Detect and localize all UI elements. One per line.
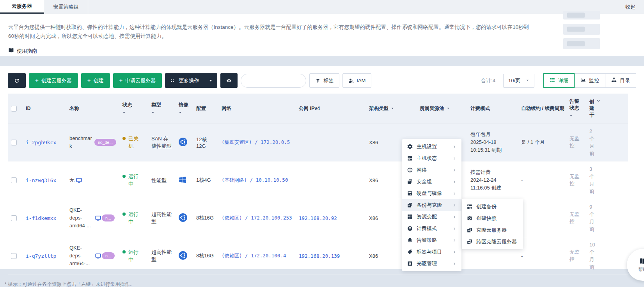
chevron-right-icon — [453, 262, 456, 266]
page-size-select[interactable]: 10/页 — [503, 74, 534, 88]
request-server-label: 申请云服务器 — [125, 77, 156, 84]
menu-item-clone[interactable]: 备份与克隆 — [402, 199, 461, 211]
server-id-link[interactable]: i-f1dkemxx — [26, 215, 56, 221]
view-button-list[interactable]: 详细 — [543, 73, 575, 88]
menu-item-backup[interactable]: 创建备份 — [462, 201, 523, 213]
filter-caret-icon[interactable] — [569, 113, 583, 119]
row-checkbox[interactable] — [11, 215, 17, 221]
grid-dots-icon — [170, 78, 175, 83]
column-header-status[interactable]: 状态 — [119, 94, 148, 124]
console-monitor-icon[interactable] — [95, 253, 101, 259]
menu-item-resource[interactable]: 资源变配 — [402, 211, 461, 223]
filter-caret-icon[interactable] — [151, 110, 172, 115]
security-icon — [407, 179, 413, 184]
collapse-link[interactable]: 收起 — [625, 4, 635, 11]
network-link[interactable]: (集群安置区) / 172.20.0.5 — [222, 139, 290, 145]
help-label: 帮助 — [639, 267, 644, 273]
column-header-image[interactable]: 镜像 — [176, 94, 193, 124]
console-monitor-icon[interactable] — [76, 177, 82, 183]
name-tag-badge: n... — [102, 214, 115, 221]
menu-item-security[interactable]: 安全组 — [402, 176, 461, 188]
menu-item-gear[interactable]: 主机设置 — [402, 141, 461, 152]
view-label: 详细 — [558, 77, 568, 84]
tag-filter-button[interactable]: 标签 — [309, 73, 339, 88]
select-all-checkbox[interactable] — [11, 106, 17, 112]
column-header-created[interactable]: 创建于 — [586, 94, 628, 124]
more-actions-dropdown[interactable]: 更多操作 — [165, 73, 217, 88]
billing-info: 按需计费2024-12-2411:16:05 创建 — [470, 168, 515, 192]
column-label: 类型 — [151, 102, 172, 108]
menu-item-clone[interactable]: 克隆云服务器 — [462, 224, 523, 236]
sort-chevron-icon[interactable] — [596, 99, 600, 119]
clone-icon — [467, 227, 472, 233]
status-dot-icon — [122, 175, 126, 178]
server-id-link[interactable]: i-2pgh9kcx — [26, 140, 56, 145]
column-label: 配置 — [196, 106, 206, 111]
public-ip-link[interactable]: 192.168.20.92 — [299, 215, 337, 221]
chevron-right-icon — [453, 157, 456, 160]
menu-item-camera[interactable]: 创建快照 — [462, 213, 523, 224]
table-row[interactable]: i-nzwq316x无运行中性能型1核4G(基础网络) / 10.10.10.5… — [8, 161, 628, 199]
ubuntu-image-icon — [179, 138, 187, 146]
public-ip-link[interactable]: 192.168.20.139 — [299, 253, 340, 259]
column-header-pool[interactable]: 所属资源池 — [417, 94, 467, 124]
console-monitor-icon[interactable] — [95, 215, 101, 221]
create-button[interactable]: + 创建 — [81, 73, 110, 88]
column-label: 公网 IPv4 — [299, 106, 320, 111]
view-button-chart[interactable]: 监控 — [574, 73, 605, 88]
column-label: 自动续约 / 续费周期 — [521, 106, 564, 111]
total-count: 合计:4 — [481, 77, 495, 84]
status-cell: 运行中 — [122, 211, 145, 225]
menu-item-clone-cross[interactable]: 跨区克隆云服务器 — [462, 236, 523, 248]
ubuntu-logo-icon — [179, 251, 187, 260]
menu-item-globe[interactable]: 网络 — [402, 164, 461, 176]
filter-caret-icon[interactable] — [179, 110, 190, 115]
table-row[interactable]: i-q7yzlltpQKE-deps-arm64-...n...运行中超高性能型… — [8, 237, 628, 275]
refresh-button[interactable] — [8, 73, 26, 88]
resource-icon — [407, 214, 413, 220]
created-at: 9 个月前 — [589, 203, 598, 233]
request-server-button[interactable]: + 申请云服务器 — [113, 73, 162, 88]
server-id-link[interactable]: i-nzwq316x — [26, 177, 56, 183]
filter-caret-icon[interactable] — [391, 106, 394, 111]
menu-item-label: 计费模式 — [417, 225, 437, 232]
network-link[interactable]: (依赖区) / 172.20.100.253 — [222, 215, 292, 221]
tag-filter-label: 标签 — [323, 77, 334, 84]
ubuntu-logo-icon — [179, 213, 187, 222]
menu-item-bell[interactable]: 告警策略 — [402, 234, 461, 246]
column-header-alarm[interactable]: 告警状态 — [566, 94, 586, 124]
menu-item-host-status[interactable]: 主机状态 — [402, 152, 461, 164]
alarm-status: 无监控 — [569, 136, 580, 149]
menu-item-disk[interactable]: 硬盘与镜像 — [402, 188, 461, 199]
iam-label: IAM — [357, 78, 365, 83]
column-header-arch[interactable]: 架构类型 — [366, 94, 417, 124]
filter-caret-icon[interactable] — [122, 110, 145, 115]
network-link[interactable]: (基础网络) / 10.10.10.50 — [222, 177, 288, 183]
loading-skeleton — [563, 24, 600, 35]
column-label: ID — [26, 106, 31, 111]
iam-button[interactable]: IAM — [342, 73, 371, 88]
auto-renew: - — [521, 177, 563, 183]
plus-icon: + — [87, 78, 91, 83]
create-server-button[interactable]: + 创建云服务器 — [29, 73, 78, 88]
row-checkbox[interactable] — [11, 140, 17, 145]
menu-item-billing[interactable]: 计费模式 — [402, 223, 461, 234]
server-id-link[interactable]: i-q7yzlltp — [26, 253, 56, 259]
usage-guide-link[interactable]: 使用指南 — [8, 48, 37, 55]
visibility-button[interactable] — [220, 73, 238, 88]
network-link[interactable]: (依赖区) / 172.20.100.4 — [222, 253, 286, 259]
table-row[interactable]: i-f1dkemxxQKE-deps-amd64-...n...运行中超高性能型… — [8, 199, 628, 237]
menu-item-cdrom[interactable]: 光驱管理 — [402, 258, 461, 269]
row-checkbox[interactable] — [11, 253, 17, 259]
filter-caret-icon[interactable] — [447, 106, 450, 111]
status-cell: 运行中 — [122, 248, 145, 263]
search-input[interactable] — [241, 74, 306, 88]
row-checkbox[interactable] — [11, 177, 17, 183]
tab-placement-group[interactable]: 安置策略组 — [44, 0, 88, 14]
view-button-tree[interactable]: 目录 — [605, 73, 636, 88]
table-row[interactable]: i-2pgh9kcxbenchmarkno_de...已关机SAN 存储性能型1… — [8, 124, 628, 161]
server-name-cell: QKE-deps-arm64-...n... — [69, 244, 116, 268]
tab-cloud-server[interactable]: 云服务器 — [0, 0, 44, 14]
menu-item-tag[interactable]: 标签与项目 — [402, 246, 461, 258]
column-header-type[interactable]: 类型 — [148, 94, 176, 124]
